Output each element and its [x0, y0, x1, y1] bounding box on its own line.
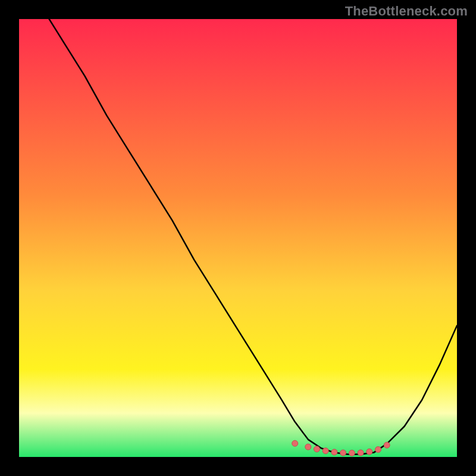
marker-point	[367, 449, 372, 455]
marker-point	[375, 447, 381, 453]
gradient-background	[19, 19, 457, 457]
bottleneck-chart	[19, 19, 457, 457]
watermark-text: TheBottleneck.com	[345, 4, 468, 19]
marker-point	[349, 450, 355, 456]
marker-point	[340, 450, 346, 456]
chart-frame: TheBottleneck.com	[0, 0, 476, 476]
marker-point	[314, 446, 320, 452]
marker-point	[322, 448, 328, 454]
marker-point	[384, 442, 390, 448]
marker-point	[305, 444, 311, 450]
marker-point	[292, 440, 298, 446]
marker-point	[331, 449, 337, 455]
marker-point	[358, 450, 364, 456]
